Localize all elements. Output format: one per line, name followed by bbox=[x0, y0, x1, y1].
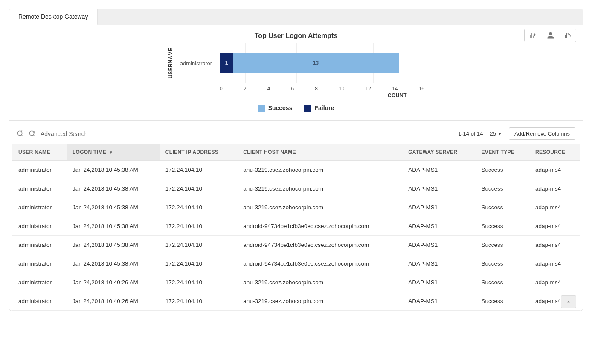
table-cell: anu-3219.csez.zohocorpin.com bbox=[237, 161, 402, 179]
table-cell: 172.24.104.10 bbox=[160, 179, 238, 198]
column-header[interactable]: CLIENT IP ADDRESS bbox=[160, 144, 238, 161]
caret-down-icon: ▼ bbox=[498, 131, 502, 136]
advanced-search-icon[interactable] bbox=[29, 130, 36, 138]
table-cell: Success bbox=[476, 273, 530, 292]
refresh-chart-icon[interactable] bbox=[559, 29, 576, 42]
xtick: 2 bbox=[244, 86, 247, 92]
table-cell: Jan 24,2018 10:45:38 AM bbox=[67, 236, 160, 254]
table-cell: administrator bbox=[12, 273, 67, 292]
table-cell: administrator bbox=[12, 292, 67, 311]
column-header[interactable]: RESOURCE bbox=[529, 144, 580, 161]
table-cell: android-94734be1cfb3e0ec.csez.zohocorpin… bbox=[237, 217, 402, 236]
table-cell: 172.24.104.10 bbox=[160, 217, 238, 236]
table-cell: 172.24.104.10 bbox=[160, 273, 238, 292]
xtick: 8 bbox=[315, 86, 318, 92]
table-row[interactable]: administratorJan 24,2018 10:45:38 AM172.… bbox=[12, 254, 580, 273]
table-cell: administrator bbox=[12, 236, 67, 254]
column-header[interactable]: EVENT TYPE bbox=[476, 144, 530, 161]
chart-toolbar bbox=[524, 29, 576, 42]
table-cell: 172.24.104.10 bbox=[160, 198, 238, 217]
table-cell: adap-ms4 bbox=[529, 273, 580, 292]
table-cell: ADAP-MS1 bbox=[402, 198, 475, 217]
table-cell: Jan 24,2018 10:40:26 AM bbox=[67, 292, 160, 311]
legend-swatch-failure bbox=[304, 105, 311, 112]
table-row[interactable]: administratorJan 24,2018 10:40:26 AM172.… bbox=[12, 273, 580, 292]
xtick: 6 bbox=[291, 86, 294, 92]
chart-x-axis-label: COUNT bbox=[172, 92, 420, 98]
results-table: USER NAMELOGON TIME▼CLIENT IP ADDRESSCLI… bbox=[12, 144, 580, 311]
table-row[interactable]: administratorJan 24,2018 10:45:38 AM172.… bbox=[12, 236, 580, 254]
column-header[interactable]: GATEWAY SERVER bbox=[402, 144, 475, 161]
table-header: USER NAMELOGON TIME▼CLIENT IP ADDRESSCLI… bbox=[12, 144, 580, 161]
chart-y-axis-label: USERNAME bbox=[168, 43, 174, 83]
chart-panel: Top User Logon Attempts USERNAME adminis… bbox=[9, 25, 583, 121]
svg-point-0 bbox=[33, 131, 35, 133]
table-cell: anu-3219.csez.zohocorpin.com bbox=[237, 292, 402, 311]
scroll-to-top-button[interactable] bbox=[561, 295, 576, 308]
table-cell: 172.24.104.10 bbox=[160, 292, 238, 311]
xtick: 10 bbox=[339, 86, 344, 92]
table-cell: ADAP-MS1 bbox=[402, 217, 475, 236]
add-chart-icon[interactable] bbox=[525, 29, 542, 42]
column-header[interactable]: USER NAME bbox=[12, 144, 67, 161]
table-cell: adap-ms4 bbox=[529, 236, 580, 254]
table-cell: adap-ms4 bbox=[529, 198, 580, 217]
column-header[interactable]: CLIENT HOST NAME bbox=[237, 144, 402, 161]
table-cell: Jan 24,2018 10:45:38 AM bbox=[67, 217, 160, 236]
chart-body: USERNAME administrator 1 13 bbox=[16, 43, 576, 83]
table-panel: Advanced Search 1-14 of 14 25 ▼ Add/Remo… bbox=[9, 121, 583, 311]
column-header[interactable]: LOGON TIME▼ bbox=[67, 144, 160, 161]
table-body: administratorJan 24,2018 10:45:38 AM172.… bbox=[12, 161, 580, 311]
table-row[interactable]: administratorJan 24,2018 10:45:38 AM172.… bbox=[12, 198, 580, 217]
table-cell: anu-3219.csez.zohocorpin.com bbox=[237, 273, 402, 292]
table-cell: adap-ms4 bbox=[529, 217, 580, 236]
table-cell: ADAP-MS1 bbox=[402, 236, 475, 254]
table-cell: administrator bbox=[12, 179, 67, 198]
table-cell: Success bbox=[476, 198, 530, 217]
table-cell: Jan 24,2018 10:45:38 AM bbox=[67, 161, 160, 179]
legend-label: Failure bbox=[314, 104, 334, 111]
user-silhouette-icon[interactable] bbox=[542, 29, 559, 42]
chart-bar-row-0: 1 13 bbox=[220, 53, 424, 73]
chart-bar-failure[interactable]: 1 bbox=[220, 53, 233, 73]
table-cell: Success bbox=[476, 254, 530, 273]
legend-success[interactable]: Success bbox=[258, 104, 293, 112]
xtick: 0 bbox=[220, 86, 223, 92]
page-size-selector[interactable]: 25 ▼ bbox=[490, 130, 502, 137]
table-cell: Jan 24,2018 10:45:38 AM bbox=[67, 179, 160, 198]
search-icon[interactable] bbox=[17, 130, 24, 138]
legend-failure[interactable]: Failure bbox=[304, 104, 334, 112]
table-row[interactable]: administratorJan 24,2018 10:45:38 AM172.… bbox=[12, 179, 580, 198]
chart-xticks-row: 0 2 4 6 8 10 12 14 16 bbox=[16, 83, 576, 92]
table-toolbar: Advanced Search 1-14 of 14 25 ▼ Add/Remo… bbox=[12, 126, 580, 144]
chart-category-0: administrator bbox=[180, 60, 212, 66]
advanced-search-link[interactable]: Advanced Search bbox=[41, 130, 88, 137]
table-row[interactable]: administratorJan 24,2018 10:45:38 AM172.… bbox=[12, 217, 580, 236]
table-cell: adap-ms4 bbox=[529, 179, 580, 198]
table-cell: 172.24.104.10 bbox=[160, 161, 238, 179]
xtick: 16 bbox=[419, 86, 424, 92]
xtick: 12 bbox=[366, 86, 371, 92]
xtick: 14 bbox=[392, 86, 398, 92]
table-cell: administrator bbox=[12, 217, 67, 236]
table-cell: administrator bbox=[12, 161, 67, 179]
chart-legend: Success Failure bbox=[16, 101, 576, 118]
table-cell: ADAP-MS1 bbox=[402, 161, 475, 179]
table-cell: Success bbox=[476, 179, 530, 198]
page-size-value: 25 bbox=[490, 130, 496, 137]
table-cell: Success bbox=[476, 217, 530, 236]
table-row[interactable]: administratorJan 24,2018 10:45:38 AM172.… bbox=[12, 161, 580, 179]
table-cell: 172.24.104.10 bbox=[160, 236, 238, 254]
legend-swatch-success bbox=[258, 105, 265, 112]
tabstrip: Remote Desktop Gateway bbox=[9, 9, 583, 25]
table-row[interactable]: administratorJan 24,2018 10:40:26 AM172.… bbox=[12, 292, 580, 311]
add-remove-columns-button[interactable]: Add/Remove Columns bbox=[509, 127, 575, 140]
table-cell: Jan 24,2018 10:45:38 AM bbox=[67, 254, 160, 273]
legend-label: Success bbox=[268, 104, 293, 111]
chart-bar-success[interactable]: 13 bbox=[233, 53, 399, 73]
table-cell: anu-3219.csez.zohocorpin.com bbox=[237, 179, 402, 198]
table-cell: ADAP-MS1 bbox=[402, 179, 475, 198]
tab-remote-desktop-gateway[interactable]: Remote Desktop Gateway bbox=[9, 9, 98, 25]
chart-category-labels: administrator bbox=[178, 43, 215, 83]
table-cell: android-94734be1cfb3e0ec.csez.zohocorpin… bbox=[237, 254, 402, 273]
